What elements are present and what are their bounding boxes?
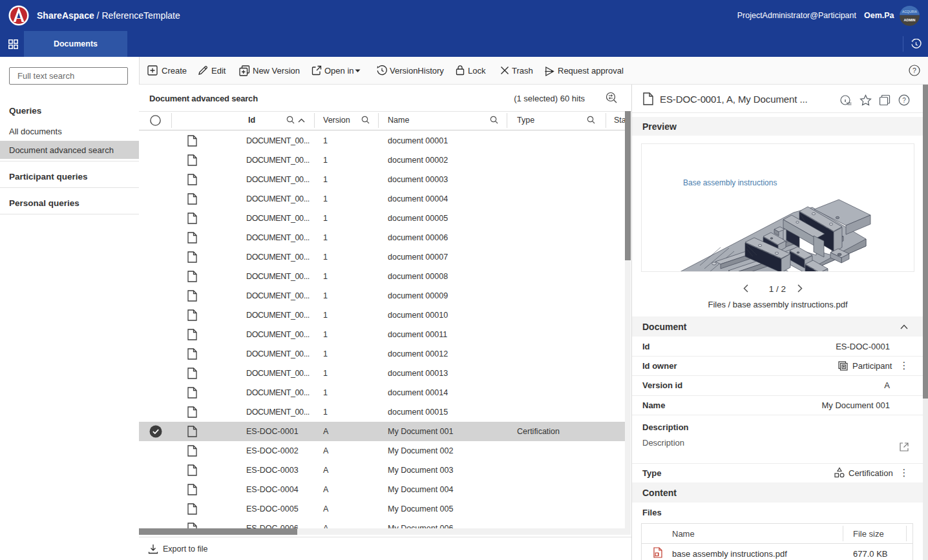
svg-text:?: ? (902, 97, 906, 104)
svg-text:?: ? (912, 67, 916, 74)
svg-text:ADMIN: ADMIN (903, 18, 915, 22)
svg-text:ACQURIA: ACQURIA (902, 10, 917, 14)
